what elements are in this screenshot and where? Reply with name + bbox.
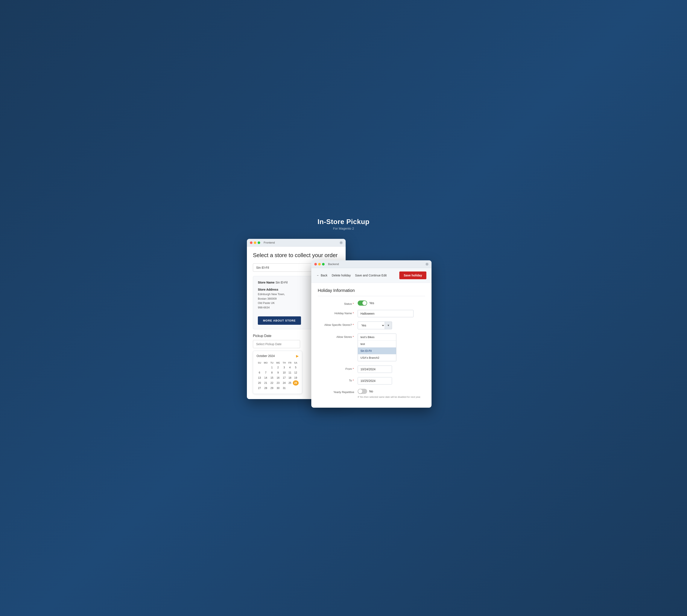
status-label: Status *: [318, 301, 354, 305]
page-title: In-Store Pickup: [318, 218, 369, 226]
cal-header-th: TH: [281, 360, 287, 365]
calendar-day[interactable]: 3: [281, 365, 287, 370]
stores-listbox[interactable]: test's Bikes test Sin El-Fil USA's Branc…: [358, 334, 396, 361]
backend-toolbar: ← Back Delete holiday Save and Continue …: [311, 268, 432, 283]
save-continue-button[interactable]: Save and Continue Edit: [355, 273, 387, 277]
form-section-title: Holiday Information: [318, 288, 425, 296]
status-control: Yes: [358, 301, 425, 306]
calendar-day: [287, 386, 293, 391]
dot-red[interactable]: [250, 241, 252, 244]
calendar-day[interactable]: 24: [281, 380, 287, 386]
back-label: Back: [321, 273, 327, 277]
calendar-day[interactable]: 2: [275, 365, 281, 370]
holiday-name-control: [358, 310, 425, 317]
backend-label: Backend: [328, 262, 339, 266]
backend-titlebar-close[interactable]: ✕: [426, 263, 429, 266]
store-option-sinelfil[interactable]: Sin El-Fil: [358, 348, 396, 354]
backend-window: Backend ✕ ← Back Delete holiday Save and…: [311, 260, 432, 408]
calendar-day[interactable]: 16: [275, 375, 281, 380]
backend-form: Holiday Information Status * Yes: [311, 283, 432, 408]
page-header: In-Store Pickup For Magento 2: [318, 218, 369, 239]
cal-header-sa: SA: [293, 360, 299, 365]
from-control: 📅: [358, 366, 425, 373]
holiday-name-label: Holiday Name *: [318, 310, 354, 315]
calendar-day[interactable]: 7: [262, 370, 269, 375]
backend-dot-green[interactable]: [322, 263, 325, 265]
calendar-day[interactable]: 1: [269, 365, 275, 370]
calendar-day[interactable]: 5: [293, 365, 299, 370]
calendar-day[interactable]: 15: [269, 375, 275, 380]
calendar-grid: SU MO TU WE TH FR SA 123456789101112: [256, 360, 299, 391]
calendar-day[interactable]: 8: [269, 370, 275, 375]
calendar-day[interactable]: 17: [281, 375, 287, 380]
allow-stores-row: Allow Specific Stores? * Yes No ▼: [318, 322, 425, 329]
allow-specific-select-input[interactable]: Yes No: [358, 322, 385, 329]
back-arrow-icon: ←: [317, 273, 319, 277]
calendar-day[interactable]: 10: [281, 370, 287, 375]
back-button[interactable]: ← Back: [317, 273, 327, 277]
calendar-widget: October 2024 ▶ SU MO TU WE TH: [253, 351, 302, 394]
pickup-date-input[interactable]: [253, 340, 300, 348]
yearly-toggle-thumb: [358, 389, 362, 394]
toggle-track: [358, 301, 367, 306]
calendar-day[interactable]: 4: [287, 365, 293, 370]
status-row: Status * Yes: [318, 301, 425, 306]
cal-header-mo: MO: [262, 360, 269, 365]
yearly-toggle[interactable]: [358, 389, 367, 394]
calendar-header: October 2024 ▶: [256, 354, 299, 358]
holiday-name-input[interactable]: [358, 310, 413, 317]
status-value: Yes: [369, 301, 374, 305]
store-option-test[interactable]: test: [358, 340, 396, 348]
holiday-name-required: *: [353, 312, 354, 315]
calendar-day[interactable]: 29: [269, 386, 275, 391]
dot-green[interactable]: [258, 241, 260, 244]
calendar-day[interactable]: 27: [256, 386, 262, 391]
calendar-day[interactable]: 20: [256, 380, 262, 386]
backend-dots: [314, 263, 325, 265]
cal-header-we: WE: [275, 360, 281, 365]
backend-titlebar: Backend ✕: [311, 260, 432, 268]
calendar-next-button[interactable]: ▶: [296, 354, 299, 358]
calendar-day[interactable]: 30: [275, 386, 281, 391]
calendar-day[interactable]: 19: [293, 375, 299, 380]
calendar-day[interactable]: 25: [287, 380, 293, 386]
calendar-day[interactable]: 21: [262, 380, 269, 386]
more-about-button[interactable]: MORE ABOUT STORE: [258, 316, 301, 325]
allow-stores-required: *: [353, 335, 354, 338]
from-date-input[interactable]: [358, 366, 392, 373]
store-option-bikes[interactable]: test's Bikes: [358, 334, 396, 340]
save-holiday-button[interactable]: Save holiday: [399, 271, 426, 279]
allow-specific-select[interactable]: Yes No ▼: [358, 322, 392, 329]
calendar-day[interactable]: 18: [287, 375, 293, 380]
status-required: *: [353, 302, 354, 305]
to-date-wrapper: 📅: [358, 377, 392, 384]
calendar-day[interactable]: 22: [269, 380, 275, 386]
allow-specific-select-btn[interactable]: ▼: [385, 322, 392, 329]
status-toggle[interactable]: [358, 301, 367, 306]
to-control: 📅: [358, 377, 425, 384]
allow-specific-label: Allow Specific Stores? *: [318, 322, 354, 327]
calendar-day[interactable]: 31: [281, 386, 287, 391]
calendar-day[interactable]: 11: [287, 370, 293, 375]
dot-yellow[interactable]: [254, 241, 256, 244]
calendar-day: [262, 365, 269, 370]
backend-dot-yellow[interactable]: [318, 263, 321, 265]
backend-dot-red[interactable]: [314, 263, 317, 265]
yearly-value: No: [369, 390, 373, 393]
allow-stores-list-row: Allow Stores * test's Bikes test Sin El-…: [318, 334, 425, 361]
calendar-day[interactable]: 9: [275, 370, 281, 375]
titlebar-dots: [250, 241, 260, 244]
store-option-usa[interactable]: USA's Branch2: [358, 354, 396, 361]
to-date-input[interactable]: [358, 377, 392, 384]
frontend-label: Frontend: [264, 241, 275, 244]
calendar-day[interactable]: 23: [275, 380, 281, 386]
calendar-day[interactable]: 13: [256, 375, 262, 380]
calendar-day[interactable]: 12: [293, 370, 299, 375]
store-name-value: Sin El-Fil: [275, 281, 288, 284]
calendar-day[interactable]: 6: [256, 370, 262, 375]
titlebar-close[interactable]: ✕: [340, 241, 343, 244]
calendar-day[interactable]: 14: [262, 375, 269, 380]
calendar-day[interactable]: 28: [262, 386, 269, 391]
delete-holiday-button[interactable]: Delete holiday: [332, 273, 351, 277]
calendar-day[interactable]: 26: [293, 380, 299, 386]
